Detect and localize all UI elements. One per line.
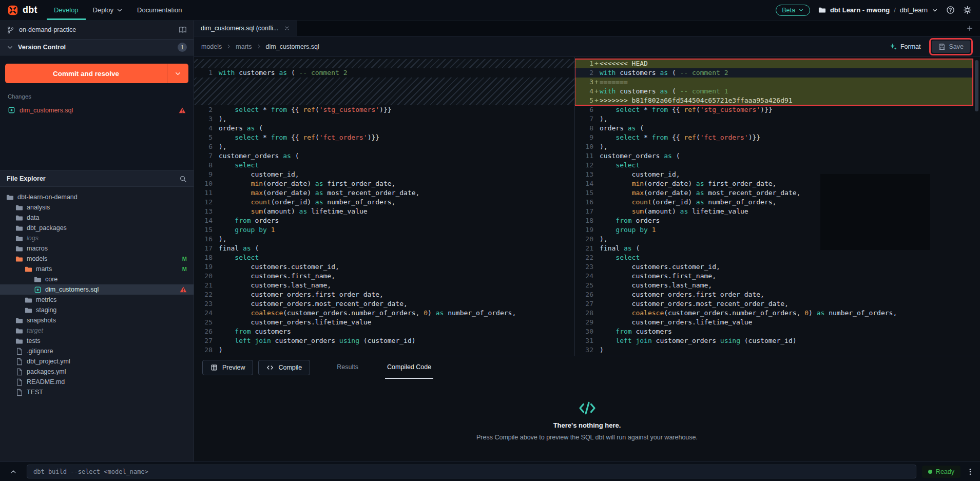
code-line[interactable]: 4+with customers as ( -- comment 1 bbox=[575, 87, 973, 96]
code-line[interactable]: 22 select bbox=[575, 253, 980, 262]
tree-item-dbt-learn-on-demand[interactable]: dbt-learn-on-demand bbox=[0, 192, 194, 202]
tab-results[interactable]: Results bbox=[335, 356, 360, 379]
save-button[interactable]: Save bbox=[932, 41, 971, 53]
code-line[interactable]: 22 customer_orders.first_order_date, bbox=[194, 290, 574, 299]
code-line[interactable]: 14 from orders bbox=[194, 216, 574, 225]
code-line[interactable]: 1+<<<<<<< HEAD bbox=[575, 59, 973, 68]
code-line[interactable]: 18 from orders bbox=[575, 216, 980, 225]
code-line[interactable]: 7 ), bbox=[575, 114, 980, 124]
tree-item-staging[interactable]: staging bbox=[0, 305, 194, 315]
command-input[interactable] bbox=[27, 465, 916, 478]
tree-item-readme-md[interactable]: README.md bbox=[0, 377, 194, 387]
code-line[interactable]: 19 group by 1 bbox=[575, 225, 980, 235]
commit-button-dropdown[interactable] bbox=[167, 64, 188, 83]
code-line[interactable]: 32 ) bbox=[575, 345, 980, 355]
tree-item-snapshots[interactable]: snapshots bbox=[0, 315, 194, 325]
tree-item-dim-customers-sql[interactable]: dim_customers.sql bbox=[0, 284, 194, 295]
code-line[interactable]: 7 customer_orders as ( bbox=[194, 151, 574, 161]
file-explorer-header[interactable]: File Explorer bbox=[0, 170, 194, 187]
commit-button-main[interactable]: Commit and resolve bbox=[5, 64, 167, 83]
tree-item-core[interactable]: core bbox=[0, 274, 194, 284]
tab-compiled-code[interactable]: Compiled Code bbox=[385, 356, 433, 379]
code-line[interactable]: 18 select bbox=[194, 253, 574, 262]
code-line[interactable]: 16 count(order_id) as number_of_orders, bbox=[575, 198, 980, 207]
expand-command-history-button[interactable] bbox=[6, 464, 21, 479]
nav-item-deploy[interactable]: Deploy bbox=[86, 0, 130, 20]
status-ready[interactable]: Ready bbox=[922, 466, 960, 478]
nav-item-documentation[interactable]: Documentation bbox=[130, 0, 189, 20]
code-line[interactable]: 31 left join customer_orders using (cust… bbox=[575, 336, 980, 345]
code-line[interactable]: 12 count(order_id) as number_of_orders, bbox=[194, 198, 574, 207]
help-icon[interactable] bbox=[946, 6, 955, 14]
version-control-header[interactable]: Version Control 1 bbox=[0, 39, 194, 55]
tree-item-packages-yml[interactable]: packages.yml bbox=[0, 367, 194, 377]
dbt-logo[interactable]: dbt bbox=[0, 0, 47, 20]
code-line[interactable]: 14 min(order_date) as first_order_date, bbox=[575, 179, 980, 188]
code-line[interactable]: 13 sum(amount) as lifetime_value bbox=[194, 207, 574, 216]
breadcrumb-file[interactable]: dim_customers.sql bbox=[266, 43, 319, 50]
tree-item-logs[interactable]: logs bbox=[0, 233, 194, 243]
code-line[interactable]: 28 ) bbox=[194, 345, 574, 355]
code-line[interactable]: 8 select bbox=[194, 161, 574, 170]
breadcrumb-marts[interactable]: marts bbox=[236, 43, 252, 50]
code-line[interactable]: 25 customers.last_name, bbox=[575, 281, 980, 290]
compile-button[interactable]: Compile bbox=[258, 360, 310, 375]
editor-scrollbar-thumb[interactable] bbox=[975, 60, 978, 111]
gear-icon[interactable] bbox=[963, 6, 972, 14]
new-tab-button[interactable] bbox=[959, 21, 980, 36]
code-line[interactable]: 11 customer_orders as ( bbox=[575, 151, 980, 161]
code-line[interactable]: 3 ), bbox=[194, 114, 574, 124]
code-line[interactable]: 13 customer_id, bbox=[575, 170, 980, 179]
tree-item-data[interactable]: data bbox=[0, 213, 194, 223]
book-icon[interactable] bbox=[179, 26, 187, 34]
tree-item-analysis[interactable]: analysis bbox=[0, 202, 194, 213]
breadcrumb-models[interactable]: models bbox=[201, 43, 222, 50]
tree-item-test[interactable]: TEST bbox=[0, 387, 194, 397]
tree-item-models[interactable]: modelsM bbox=[0, 254, 194, 264]
code-line[interactable]: 17 final as ( bbox=[194, 244, 574, 253]
commit-and-resolve-button[interactable]: Commit and resolve bbox=[5, 64, 188, 83]
code-line[interactable]: 27 customer_orders.most_recent_order_dat… bbox=[575, 299, 980, 309]
code-line[interactable]: 23 customers.customer_id, bbox=[575, 262, 980, 272]
code-line[interactable]: 28 coalesce(customer_orders.number_of_or… bbox=[575, 309, 980, 318]
tree-item-target[interactable]: target bbox=[0, 325, 194, 336]
format-button[interactable]: Format bbox=[889, 43, 921, 50]
code-line[interactable]: 5+>>>>>>> b81f802a66fd544504c65721e3ffaa… bbox=[575, 96, 973, 105]
tree-item-marts[interactable]: martsM bbox=[0, 264, 194, 274]
tree-item-metrics[interactable]: metrics bbox=[0, 295, 194, 305]
branch-row[interactable]: on-demand-practice bbox=[0, 21, 194, 39]
code-line[interactable]: 27 left join customer_orders using (cust… bbox=[194, 336, 574, 345]
code-line[interactable]: 8 orders as ( bbox=[575, 124, 980, 133]
code-line[interactable]: 6 select * from {{ ref('stg_customers')}… bbox=[575, 105, 980, 114]
code-line[interactable]: 6 ), bbox=[194, 142, 574, 151]
tree-item-dbt-packages[interactable]: dbt_packages bbox=[0, 223, 194, 233]
code-line[interactable]: 9 select * from {{ ref('fct_orders')}} bbox=[575, 133, 980, 142]
code-line[interactable]: 17 sum(amount) as lifetime_value bbox=[575, 207, 980, 216]
code-line[interactable]: 25 customer_orders.lifetime_value bbox=[194, 318, 574, 327]
code-line[interactable]: 2 select * from {{ ref('stg_customers')}… bbox=[194, 105, 574, 114]
code-line[interactable]: 15 group by 1 bbox=[194, 225, 574, 235]
beta-badge[interactable]: Beta bbox=[776, 5, 810, 16]
code-line[interactable]: 23 customer_orders.most_recent_order_dat… bbox=[194, 299, 574, 309]
merged-result-pane[interactable]: 1 with customers as ( -- comment 22 sele… bbox=[194, 57, 575, 356]
code-line[interactable]: 24 customers.first_name, bbox=[575, 272, 980, 281]
tree-item--gitignore[interactable]: .gitignore bbox=[0, 346, 194, 356]
code-line[interactable]: 10 min(order_date) as first_order_date, bbox=[194, 179, 574, 188]
code-line[interactable]: 24 coalesce(customer_orders.number_of_or… bbox=[194, 309, 574, 318]
code-line[interactable]: 2 with customers as ( -- comment 2 bbox=[575, 68, 973, 78]
search-icon[interactable] bbox=[179, 175, 187, 183]
preview-button[interactable]: Preview bbox=[202, 360, 253, 375]
code-line[interactable]: 30 from customers bbox=[575, 327, 980, 336]
code-line[interactable]: 26 customer_orders.first_order_date, bbox=[575, 290, 980, 299]
kebab-menu-icon[interactable] bbox=[966, 468, 974, 476]
code-line[interactable]: 3+======= bbox=[575, 78, 973, 87]
tree-item-tests[interactable]: tests bbox=[0, 336, 194, 346]
account-project-selector[interactable]: dbt Learn - mwong / dbt_learn bbox=[818, 6, 938, 14]
close-icon[interactable] bbox=[284, 25, 290, 31]
code-line[interactable]: 19 customers.customer_id, bbox=[194, 262, 574, 272]
code-line[interactable]: 9 customer_id, bbox=[194, 170, 574, 179]
code-line[interactable]: 21 final as ( bbox=[575, 244, 980, 253]
conflict-diff-pane[interactable]: 1+<<<<<<< HEAD2 with customers as ( -- c… bbox=[575, 57, 980, 356]
tree-item-macros[interactable]: macros bbox=[0, 243, 194, 254]
code-line[interactable]: 15 max(order_date) as most_recent_order_… bbox=[575, 188, 980, 198]
